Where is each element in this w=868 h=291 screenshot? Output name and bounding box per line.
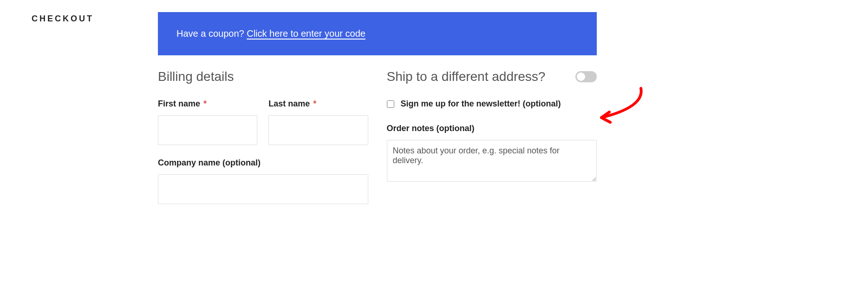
first-name-field-group: First name * [158, 99, 257, 145]
required-mark: * [203, 99, 207, 108]
company-name-input[interactable] [158, 174, 368, 204]
page-title: CHECKOUT [32, 14, 94, 24]
coupon-prompt: Have a coupon? [176, 28, 247, 39]
coupon-link[interactable]: Click here to enter your code [247, 28, 365, 39]
checkout-columns: Billing details First name * Last name * [158, 69, 597, 204]
last-name-field-group: Last name * [268, 99, 368, 145]
last-name-input[interactable] [268, 115, 368, 145]
arrow-annotation-icon [594, 86, 650, 130]
newsletter-row: Sign me up for the newsletter! (optional… [387, 99, 597, 109]
order-notes-textarea[interactable] [387, 140, 597, 182]
first-name-label: First name * [158, 99, 257, 109]
first-name-label-text: First name [158, 99, 200, 108]
billing-heading: Billing details [158, 69, 368, 84]
order-notes-field-group: Order notes (optional) [387, 124, 597, 184]
company-name-label: Company name (optional) [158, 158, 368, 168]
ship-different-address-toggle[interactable] [575, 71, 597, 82]
last-name-label: Last name * [268, 99, 368, 109]
required-mark: * [313, 99, 316, 108]
shipping-column: Ship to a different address? Sign me up … [387, 69, 597, 204]
shipping-heading: Ship to a different address? [387, 69, 546, 84]
ship-heading-row: Ship to a different address? [387, 69, 597, 84]
billing-column: Billing details First name * Last name * [158, 69, 368, 204]
last-name-label-text: Last name [268, 99, 310, 108]
first-name-input[interactable] [158, 115, 257, 145]
coupon-notice: Have a coupon? Click here to enter your … [158, 12, 597, 55]
order-notes-label: Order notes (optional) [387, 124, 597, 133]
newsletter-label[interactable]: Sign me up for the newsletter! (optional… [401, 99, 561, 109]
company-name-field-group: Company name (optional) [158, 158, 368, 204]
newsletter-checkbox[interactable] [387, 100, 394, 108]
checkout-content: Have a coupon? Click here to enter your … [158, 12, 597, 204]
name-row: First name * Last name * [158, 99, 368, 145]
